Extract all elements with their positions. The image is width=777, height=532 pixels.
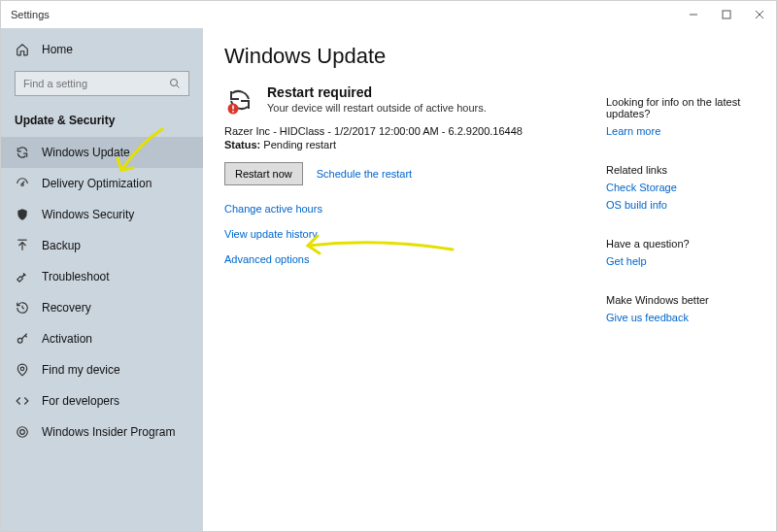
close-button[interactable] (743, 1, 776, 28)
svg-line-11 (22, 308, 24, 309)
search-icon (169, 78, 181, 89)
svg-rect-20 (232, 111, 234, 113)
sidebar-item-label: Activation (42, 332, 92, 346)
svg-rect-1 (723, 11, 730, 18)
related-links-title: Related links (606, 164, 760, 176)
window-controls (677, 1, 776, 28)
location-icon (15, 363, 30, 377)
sidebar-item-label: Windows Security (42, 208, 134, 221)
status-subtext: Your device will restart outside of acti… (267, 102, 487, 114)
svg-point-12 (17, 338, 22, 343)
sidebar-item-label: For developers (42, 394, 119, 408)
search-input[interactable] (15, 71, 189, 96)
svg-point-6 (21, 183, 23, 185)
svg-point-16 (17, 427, 28, 438)
sidebar-item-find-my-device[interactable]: Find my device (1, 354, 203, 385)
sidebar-item-backup[interactable]: Backup (1, 230, 203, 261)
feedback-link[interactable]: Give us feedback (606, 312, 760, 323)
upload-icon (15, 239, 30, 252)
sidebar-item-label: Windows Insider Program (42, 425, 175, 439)
wrench-icon (15, 270, 30, 283)
sidebar-item-activation[interactable]: Activation (1, 323, 203, 354)
history-icon (15, 301, 30, 315)
refresh-alert-icon (224, 84, 255, 116)
page-title: Windows Update (224, 44, 596, 69)
svg-line-7 (22, 182, 24, 183)
sidebar-item-troubleshoot[interactable]: Troubleshoot (1, 261, 203, 292)
update-status: Status: Pending restart (224, 139, 596, 150)
titlebar: Settings (1, 1, 776, 28)
sync-icon (15, 146, 30, 159)
svg-rect-19 (232, 106, 234, 110)
speedometer-icon (15, 177, 30, 190)
learn-more-link[interactable]: Learn more (606, 125, 760, 137)
sidebar-item-label: Windows Update (42, 146, 130, 159)
sidebar-category: Update & Security (1, 106, 203, 137)
better-title: Make Windows better (606, 294, 760, 306)
sidebar-item-recovery[interactable]: Recovery (1, 292, 203, 323)
sidebar-item-delivery-optimization[interactable]: Delivery Optimization (1, 168, 203, 199)
question-title: Have a question? (606, 238, 760, 249)
advanced-options-link[interactable]: Advanced options (224, 253, 596, 265)
shield-icon (15, 208, 30, 221)
sidebar-item-home[interactable]: Home (1, 34, 203, 65)
sidebar-item-for-developers[interactable]: For developers (1, 385, 203, 416)
sidebar: Home Update & Security Windows Update De… (1, 28, 203, 531)
right-panel: Looking for info on the latest updates? … (606, 28, 776, 531)
update-item: Razer Inc - HIDClass - 1/2/2017 12:00:00… (224, 125, 596, 137)
svg-line-14 (25, 336, 27, 338)
home-icon (15, 43, 30, 56)
sidebar-item-insider-program[interactable]: Windows Insider Program (1, 416, 203, 448)
restart-now-button[interactable]: Restart now (224, 162, 303, 185)
os-build-info-link[interactable]: OS build info (606, 199, 760, 211)
check-storage-link[interactable]: Check Storage (606, 182, 760, 193)
status-title: Restart required (267, 84, 487, 100)
search-field[interactable] (23, 78, 169, 89)
schedule-restart-link[interactable]: Schedule the restart (317, 168, 412, 180)
sidebar-item-label: Recovery (42, 301, 91, 315)
sidebar-item-label: Home (42, 43, 73, 56)
code-icon (15, 394, 30, 408)
change-active-hours-link[interactable]: Change active hours (224, 203, 596, 215)
svg-line-5 (177, 85, 180, 88)
sidebar-item-label: Find my device (42, 363, 120, 377)
maximize-button[interactable] (710, 1, 743, 28)
svg-point-15 (20, 367, 24, 371)
sidebar-item-label: Backup (42, 239, 81, 252)
sidebar-item-windows-update[interactable]: Windows Update (1, 137, 203, 168)
insider-icon (15, 425, 30, 439)
window-title: Settings (11, 9, 50, 20)
get-help-link[interactable]: Get help (606, 255, 760, 267)
key-icon (15, 332, 30, 346)
sidebar-item-label: Troubleshoot (42, 270, 110, 283)
sidebar-item-label: Delivery Optimization (42, 177, 152, 190)
view-update-history-link[interactable]: View update history (224, 228, 596, 240)
info-title: Looking for info on the latest updates? (606, 96, 760, 119)
main-panel: Windows Update (203, 28, 606, 531)
svg-point-4 (171, 80, 178, 86)
sidebar-item-windows-security[interactable]: Windows Security (1, 199, 203, 230)
minimize-button[interactable] (677, 1, 710, 28)
svg-point-17 (20, 430, 25, 435)
